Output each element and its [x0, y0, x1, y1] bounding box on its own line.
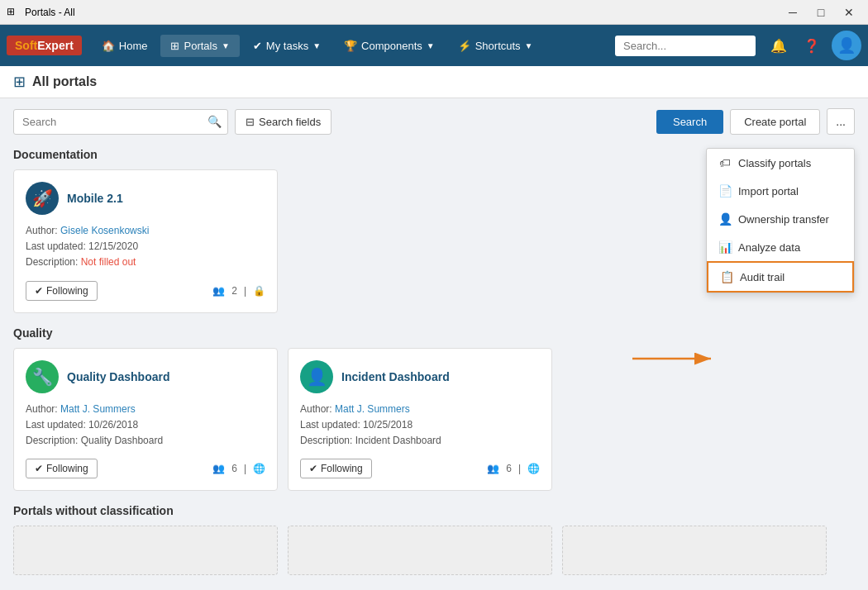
logo: SoftExpert	[7, 36, 82, 55]
incident-dashboard-card[interactable]: 👤 Incident Dashboard Author: Matt J. Sum…	[288, 348, 552, 492]
card-author: Author: Gisele Kosenkowski	[26, 223, 265, 239]
placeholder-card-2	[288, 526, 552, 575]
following-button-incident[interactable]: ✔ Following	[300, 459, 372, 478]
card-meta: Author: Matt J. Summers Last updated: 10…	[26, 402, 265, 450]
search-row: 🔍 ⊟ Search fields Search Create portal .…	[13, 108, 855, 135]
card-header: 🚀 Mobile 2.1	[26, 182, 265, 215]
portals-caret: ▼	[222, 41, 230, 50]
create-portal-button[interactable]: Create portal	[730, 109, 820, 135]
maximize-button[interactable]: □	[808, 4, 833, 21]
card-stats: 👥 6 | 🌐	[212, 463, 265, 474]
window-controls: ─ □ ✕	[780, 4, 861, 21]
card-meta: Author: Gisele Kosenkowski Last updated:…	[26, 223, 265, 271]
search-button[interactable]: Search	[656, 110, 723, 134]
tasks-caret: ▼	[312, 41, 321, 50]
quality-section: Quality 🔧 Quality Dashboard Author: Matt…	[13, 326, 855, 492]
card-description: Description: Quality Dashboard	[26, 433, 265, 449]
tasks-icon: ✔	[253, 40, 262, 52]
close-button[interactable]: ✕	[837, 4, 861, 21]
followers-icon: 👥	[212, 285, 225, 297]
card-icon: 👤	[300, 360, 333, 393]
following-button-mobile21[interactable]: ✔ Following	[26, 281, 98, 301]
quality-cards: 🔧 Quality Dashboard Author: Matt J. Summ…	[13, 348, 855, 492]
followers-icon: 👥	[212, 463, 225, 474]
separator: |	[244, 285, 246, 297]
card-description: Description: Incident Dashboard	[300, 433, 540, 449]
content-area: 🔍 ⊟ Search fields Search Create portal .…	[0, 98, 868, 588]
search-fields-button[interactable]: ⊟ Search fields	[235, 109, 331, 135]
components-caret: ▼	[427, 41, 435, 50]
dropdown-audit-trail[interactable]: 📋 Audit trail	[707, 261, 854, 293]
title-bar: ⊞ Portals - All ─ □ ✕	[0, 0, 868, 25]
globe-icon: 🌐	[253, 463, 265, 474]
quality-dashboard-card[interactable]: 🔧 Quality Dashboard Author: Matt J. Summ…	[13, 348, 278, 492]
card-description: Description: Not filled out	[26, 255, 265, 270]
nav-shortcuts[interactable]: ⚡ Shortcuts ▼	[448, 35, 543, 57]
separator: |	[518, 463, 521, 474]
notification-bell[interactable]: 🔔	[765, 32, 792, 59]
check-icon: ✔	[309, 463, 317, 474]
card-footer: ✔ Following 👥 6 | 🌐	[26, 459, 265, 478]
top-navigation: SoftExpert 🏠 Home ⊞ Portals ▼ ✔ My tasks…	[0, 25, 868, 66]
search-icon: 🔍	[207, 115, 222, 128]
filter-icon: ⊟	[246, 116, 255, 128]
card-footer: ✔ Following 👥 6 | 🌐	[300, 459, 540, 478]
more-options-button[interactable]: ...	[827, 108, 855, 135]
help-button[interactable]: ❓	[799, 32, 825, 59]
user-avatar[interactable]: 👤	[832, 31, 861, 60]
portals-icon: ⊞	[170, 40, 179, 52]
card-footer: ✔ Following 👥 2 | 🔒	[26, 281, 265, 301]
home-icon: 🏠	[102, 40, 115, 52]
card-icon: 🚀	[26, 182, 59, 215]
nav-icons: 🔔 ❓ 👤	[765, 31, 861, 60]
card-author: Author: Matt J. Summers	[26, 402, 265, 417]
components-icon: 🏆	[344, 40, 357, 52]
card-last-updated: Last updated: 10/26/2018	[26, 417, 265, 433]
analyze-icon: 📊	[718, 240, 732, 254]
card-stats: 👥 2 | 🔒	[212, 285, 265, 297]
placeholder-card-3	[562, 526, 827, 575]
nav-home[interactable]: 🏠 Home	[92, 35, 158, 57]
placeholder-card-1	[13, 526, 278, 575]
ownership-icon: 👤	[718, 212, 732, 226]
card-title: Incident Dashboard	[341, 370, 450, 383]
mobile-21-card[interactable]: 🚀 Mobile 2.1 Author: Gisele Kosenkowski …	[13, 169, 278, 313]
nav-components[interactable]: 🏆 Components ▼	[334, 35, 445, 57]
minimize-button[interactable]: ─	[780, 4, 805, 21]
followers-icon: 👥	[487, 463, 499, 474]
card-header: 🔧 Quality Dashboard	[26, 360, 265, 393]
lock-icon: 🔒	[253, 285, 265, 297]
card-last-updated: Last updated: 12/15/2020	[26, 239, 265, 255]
shortcuts-caret: ▼	[525, 41, 533, 50]
nav-portals[interactable]: ⊞ Portals ▼	[160, 35, 239, 57]
check-icon: ✔	[35, 463, 43, 474]
card-stats: 👥 6 | 🌐	[487, 463, 540, 474]
dropdown-import-portal[interactable]: 📄 Import portal	[707, 177, 854, 205]
card-icon: 🔧	[26, 360, 59, 393]
check-icon: ✔	[35, 285, 43, 297]
quality-section-header: Quality	[13, 326, 855, 340]
dropdown-classify-portals[interactable]: 🏷 Classify portals	[707, 149, 854, 177]
search-input[interactable]	[13, 109, 228, 135]
card-title: Quality Dashboard	[67, 370, 169, 383]
audit-icon: 📋	[720, 270, 733, 283]
dropdown-ownership-transfer[interactable]: 👤 Ownership transfer	[707, 205, 854, 233]
card-header: 👤 Incident Dashboard	[300, 360, 540, 393]
card-meta: Author: Matt J. Summers Last updated: 10…	[300, 402, 540, 450]
no-classification-section: Portals without classification	[13, 504, 855, 575]
dropdown-analyze-data[interactable]: 📊 Analyze data	[707, 233, 854, 261]
app-icon: ⊞	[7, 6, 20, 19]
classify-icon: 🏷	[718, 156, 732, 169]
shortcuts-icon: ⚡	[458, 40, 471, 52]
page-header: ⊞ All portals	[0, 66, 868, 98]
no-classification-section-header: Portals without classification	[13, 504, 855, 517]
search-input-wrap: 🔍	[13, 109, 228, 135]
separator: |	[244, 463, 246, 474]
no-classification-cards	[13, 526, 855, 575]
import-icon: 📄	[718, 184, 732, 197]
globe-icon: 🌐	[527, 463, 540, 474]
following-button-quality[interactable]: ✔ Following	[26, 459, 98, 478]
page-title: All portals	[32, 74, 97, 89]
global-search-input[interactable]	[615, 36, 756, 56]
nav-my-tasks[interactable]: ✔ My tasks ▼	[243, 35, 331, 57]
